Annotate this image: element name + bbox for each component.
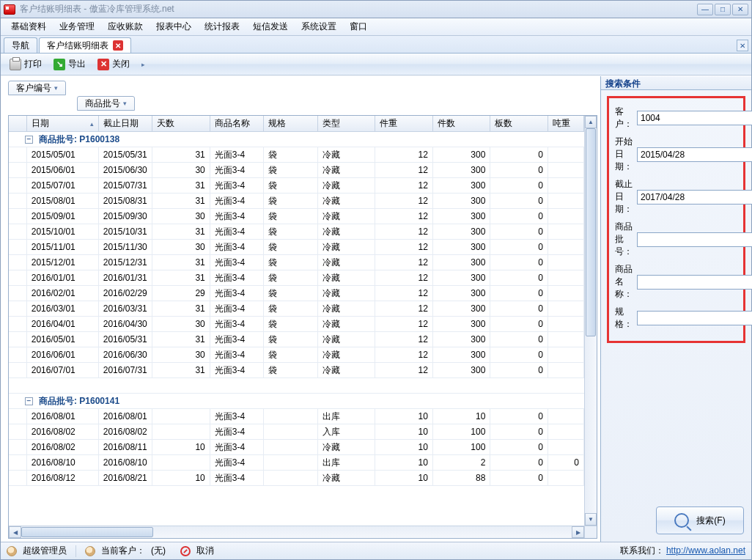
scroll-left-arrow[interactable]: ◀ — [9, 526, 21, 538]
start-date-picker[interactable]: ▼ — [637, 147, 752, 162]
column-header[interactable]: 天数 — [152, 116, 210, 131]
cell: 冷藏 — [318, 240, 375, 254]
menu-业务管理[interactable]: 业务管理 — [54, 18, 100, 35]
column-header[interactable]: 件重 — [375, 116, 432, 131]
vertical-scrollbar[interactable]: ▲ ▼ — [584, 116, 597, 526]
table-row[interactable]: 2015/10/012015/10/3131光面3-4袋冷藏123000 — [9, 224, 584, 240]
cell: 2015/09/30 — [99, 209, 153, 224]
table-row[interactable]: 2015/06/012015/06/3030光面3-4袋冷藏123000 — [9, 163, 584, 178]
scroll-thumb[interactable] — [21, 527, 153, 537]
close-label: 关闭 — [112, 58, 130, 70]
cell: 30 — [152, 209, 210, 224]
spec-input[interactable] — [637, 311, 752, 325]
cell: 冷藏 — [318, 255, 375, 270]
print-button[interactable]: 打印 — [5, 56, 46, 73]
table-row[interactable]: 2016/06/012016/06/3030光面3-4袋冷藏123000 — [9, 347, 584, 363]
column-header[interactable]: 吨重 — [548, 116, 584, 131]
menu-短信发送[interactable]: 短信发送 — [247, 18, 294, 35]
collapse-icon[interactable]: − — [25, 136, 33, 144]
table-row[interactable]: 2016/08/022016/08/02光面3-4入库101000 — [9, 424, 584, 440]
scroll-track[interactable] — [585, 128, 597, 513]
horizontal-scrollbar[interactable]: ◀ ▶ — [9, 526, 584, 538]
collapse-icon[interactable]: − — [25, 397, 33, 405]
minimize-button[interactable]: — — [697, 4, 713, 15]
menu-窗口[interactable]: 窗口 — [344, 18, 373, 35]
scroll-right-arrow[interactable]: ▶ — [572, 526, 584, 538]
cancel-icon[interactable] — [180, 546, 191, 556]
table-row[interactable]: 2015/07/012015/07/3131光面3-4袋冷藏123000 — [9, 178, 584, 194]
end-date-picker[interactable]: ▼ — [637, 190, 752, 205]
customer-input[interactable] — [637, 111, 752, 125]
cell: 2 — [433, 455, 490, 470]
column-header[interactable]: 规格 — [264, 116, 318, 131]
column-header[interactable]: 商品名称 — [210, 116, 265, 131]
table-row[interactable]: 2016/07/012016/07/3131光面3-4袋冷藏123000 — [9, 363, 584, 378]
table-row[interactable]: 2016/08/012016/08/01光面3-4出库10100 — [9, 409, 584, 424]
group-row[interactable]: −商品批号: P1600141 — [9, 394, 584, 409]
product-name-input[interactable] — [637, 275, 752, 290]
table-row[interactable]: 2015/05/012015/05/3131光面3-4袋冷藏123000 — [9, 147, 584, 163]
cell: 2016/08/02 — [27, 424, 99, 439]
table-row[interactable]: 2016/04/012016/04/3030光面3-4袋冷藏123000 — [9, 317, 584, 332]
menu-报表中心[interactable]: 报表中心 — [150, 18, 197, 35]
table-row[interactable]: 2015/08/012015/08/3131光面3-4袋冷藏123000 — [9, 194, 584, 209]
export-button[interactable]: ↘ 导出 — [49, 56, 90, 73]
cell — [548, 178, 584, 193]
customer-combo[interactable]: ▼ — [637, 111, 752, 125]
column-header[interactable]: 类型 — [318, 116, 375, 131]
table-row[interactable]: 2015/09/012015/09/3030光面3-4袋冷藏123000 — [9, 209, 584, 224]
table-row[interactable]: 2016/01/012016/01/3131光面3-4袋冷藏123000 — [9, 270, 584, 286]
column-header[interactable]: 截止日期 — [99, 116, 153, 131]
tab-nav[interactable]: 导航 — [4, 37, 37, 53]
tab-close-icon[interactable]: ✕ — [113, 40, 123, 51]
cell — [548, 301, 584, 316]
tab-detail[interactable]: 客户结账明细表 ✕ — [39, 37, 131, 53]
menu-应收账款[interactable]: 应收账款 — [102, 18, 149, 35]
scroll-track[interactable] — [21, 526, 572, 538]
end-date-input[interactable] — [637, 190, 752, 205]
maximize-button[interactable]: □ — [715, 4, 731, 15]
scroll-thumb[interactable] — [586, 128, 596, 336]
scroll-up-arrow[interactable]: ▲ — [585, 116, 597, 128]
search-button[interactable]: 搜索(F) — [656, 506, 744, 534]
batch-input[interactable] — [637, 232, 752, 247]
cell — [9, 286, 27, 301]
cell: 30 — [152, 347, 210, 362]
table-row[interactable]: 2016/02/012016/02/2929光面3-4袋冷藏123000 — [9, 286, 584, 301]
table-row[interactable]: 2016/03/012016/03/3131光面3-4袋冷藏123000 — [9, 301, 584, 317]
scroll-down-arrow[interactable]: ▼ — [585, 513, 597, 526]
chevron-down-icon: ▾ — [54, 84, 58, 92]
menu-系统设置[interactable]: 系统设置 — [295, 18, 342, 35]
table-row[interactable]: 2015/11/012015/11/3030光面3-4袋冷藏123000 — [9, 240, 584, 255]
cell: 10 — [152, 471, 210, 485]
table-row[interactable]: 2016/08/102016/08/10光面3-4出库10200 — [9, 455, 584, 471]
column-header[interactable]: 板数 — [490, 116, 548, 131]
table-row[interactable]: 2016/05/012016/05/3131光面3-4袋冷藏123000 — [9, 332, 584, 347]
grid-body[interactable]: −商品批号: P16001382015/05/012015/05/3131光面3… — [9, 132, 584, 526]
cell — [9, 440, 27, 454]
toolbar-overflow[interactable]: ▸ — [140, 59, 147, 70]
filter-tab-customer[interactable]: 客户编号 ▾ — [8, 81, 66, 95]
tabs-close-all[interactable]: ✕ — [737, 40, 748, 51]
cell: 2016/08/10 — [99, 455, 153, 470]
contact-link[interactable]: http://www.aolan.net — [666, 545, 745, 556]
close-button[interactable]: ✕ — [732, 4, 748, 15]
close-tab-button[interactable]: ✕ 关闭 — [93, 56, 134, 73]
cancel-label[interactable]: 取消 — [196, 545, 214, 557]
column-header[interactable]: 日期 — [27, 116, 99, 131]
table-row[interactable]: 2015/12/012015/12/3131光面3-4袋冷藏123000 — [9, 255, 584, 270]
menu-基础资料[interactable]: 基础资料 — [5, 18, 52, 35]
scroll-corner — [584, 526, 597, 538]
cell: 袋 — [264, 209, 318, 224]
menu-统计报表[interactable]: 统计报表 — [199, 18, 246, 35]
cell: 光面3-4 — [210, 240, 265, 254]
filter-tab-batch[interactable]: 商品批号 ▾ — [77, 96, 135, 111]
table-row[interactable]: 2016/08/122016/08/2110光面3-4冷藏10880 — [9, 471, 584, 486]
cell: 2015/09/01 — [27, 209, 99, 224]
column-header[interactable]: 件数 — [433, 116, 490, 131]
table-row[interactable]: 2016/08/022016/08/1110光面3-4冷藏101000 — [9, 440, 584, 455]
start-date-input[interactable] — [637, 147, 752, 162]
group-row[interactable]: −商品批号: P1600138 — [9, 132, 584, 147]
cell: 2016/07/31 — [99, 363, 153, 377]
column-header[interactable] — [9, 116, 27, 131]
